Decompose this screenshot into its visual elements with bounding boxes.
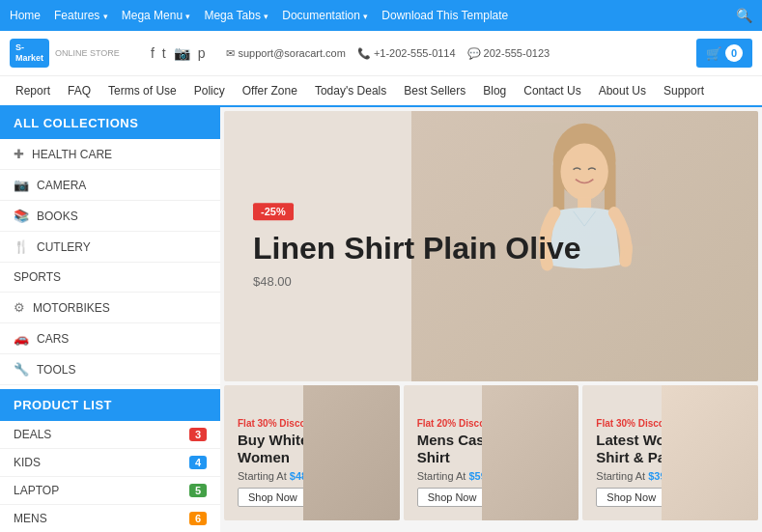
sub-banner-women: Flat 30% Discount Buy White Dress For Wo…	[224, 385, 400, 520]
nav-policy[interactable]: Policy	[186, 75, 233, 106]
nav-support[interactable]: Support	[656, 75, 712, 106]
camera-icon: 📷	[14, 178, 29, 192]
secondary-navigation: Report FAQ Terms of Use Policy Offer Zon…	[0, 76, 762, 107]
product-list-title: PRODUCT LIST	[0, 389, 220, 421]
hero-banner: -25% Linen Shirt Plain Olive $48.00	[224, 111, 758, 381]
nav-download[interactable]: Download This Template	[381, 9, 508, 22]
top-navigation: Home Features ▾ Mega Menu ▾ Mega Tabs ▾ …	[0, 0, 762, 31]
sub-banner-image-2	[482, 385, 579, 520]
contact-info: ✉ support@soracart.com 📞 +1-202-555-0114…	[226, 47, 550, 60]
health-care-icon: ✚	[14, 147, 24, 161]
pinterest-icon[interactable]: p	[198, 45, 206, 61]
product-list-laptop[interactable]: LAPTOP 5	[0, 477, 220, 505]
cart-count: 0	[725, 44, 743, 62]
svg-point-3	[561, 144, 608, 201]
phone1-contact: 📞 +1-202-555-0114	[357, 47, 456, 60]
nav-report[interactable]: Report	[8, 75, 58, 106]
cart-button[interactable]: 🛒 0	[696, 39, 752, 68]
nav-best-sellers[interactable]: Best Sellers	[396, 75, 473, 106]
chevron-down-icon: ▾	[185, 12, 190, 21]
sidebar-item-books[interactable]: 📚 BOOKS	[0, 201, 220, 232]
sub-banner-btn-2[interactable]: Shop Now	[417, 488, 488, 507]
logo-icon: S-Market	[10, 39, 49, 68]
logo-subtitle: ONLINE STORE	[55, 48, 120, 58]
books-icon: 📚	[14, 209, 29, 223]
nav-contact-us[interactable]: Contact Us	[516, 75, 588, 106]
car-icon: 🚗	[14, 331, 29, 346]
sidebar-item-health-care[interactable]: ✚ HEALTH CARE	[0, 139, 220, 170]
sub-banners: Flat 30% Discount Buy White Dress For Wo…	[224, 385, 758, 520]
twitter-icon[interactable]: t	[162, 45, 166, 61]
sidebar-item-cutlery[interactable]: 🍴 CUTLERY	[0, 232, 220, 263]
nav-todays-deals[interactable]: Today's Deals	[307, 75, 394, 106]
nav-about-us[interactable]: About Us	[591, 75, 654, 106]
main-content: -25% Linen Shirt Plain Olive $48.00	[220, 107, 762, 532]
sidebar-item-sports[interactable]: SPORTS	[0, 263, 220, 293]
discount-badge: -25%	[253, 203, 294, 220]
badge-deals: 3	[189, 428, 207, 441]
facebook-icon[interactable]: f	[151, 45, 155, 61]
badge-laptop: 5	[189, 484, 207, 497]
sidebar-item-tools[interactable]: 🔧 TOOLS	[0, 354, 220, 385]
hero-title: Linen Shirt Plain Olive	[253, 230, 581, 266]
badge-mens: 6	[189, 512, 207, 525]
cutlery-icon: 🍴	[14, 239, 29, 254]
sub-banner-btn-1[interactable]: Shop Now	[238, 488, 308, 507]
product-list-deals[interactable]: DEALS 3	[0, 421, 220, 449]
search-icon[interactable]: 🔍	[736, 8, 752, 23]
sidebar: ALL COLLECTIONS ✚ HEALTH CARE 📷 CAMERA 📚…	[0, 107, 220, 532]
sub-banner-image-1	[303, 385, 400, 520]
collections-title: ALL COLLECTIONS	[0, 107, 220, 139]
sub-banner-btn-3[interactable]: Shop Now	[596, 488, 666, 507]
social-links: f t 📷 p	[151, 45, 206, 61]
chevron-down-icon: ▾	[103, 12, 108, 21]
motorbike-icon: ⚙	[14, 300, 25, 315]
nav-documentation[interactable]: Documentation ▾	[282, 9, 368, 22]
badge-kids: 4	[189, 456, 207, 469]
nav-terms[interactable]: Terms of Use	[100, 75, 184, 106]
email-contact: ✉ support@soracart.com	[226, 47, 345, 60]
sidebar-item-motorbikes[interactable]: ⚙ MOTORBIKES	[0, 293, 220, 323]
tools-icon: 🔧	[14, 362, 29, 377]
product-list-kids[interactable]: KIDS 4	[0, 449, 220, 477]
chevron-down-icon: ▾	[363, 12, 368, 21]
nav-features[interactable]: Features ▾	[54, 9, 108, 22]
nav-mega-menu[interactable]: Mega Menu ▾	[122, 9, 191, 22]
product-list-mens[interactable]: MENS 6	[0, 505, 220, 532]
instagram-icon[interactable]: 📷	[174, 45, 190, 61]
hero-price: $48.00	[253, 275, 581, 290]
nav-faq[interactable]: FAQ	[60, 75, 99, 106]
phone2-contact: 💬 202-555-0123	[467, 47, 550, 60]
sub-banner-mens: Flat 20% Discount Mens Casual Style T-Sh…	[404, 385, 579, 520]
sidebar-item-cars[interactable]: 🚗 CARS	[0, 323, 220, 354]
sub-banner-image-3	[662, 385, 758, 520]
sidebar-item-camera[interactable]: 📷 CAMERA	[0, 170, 220, 201]
chevron-down-icon: ▾	[264, 12, 268, 21]
sub-banner-latest-women: Flat 30% Discount Latest Women T-Shirt &…	[582, 385, 758, 520]
nav-offer-zone[interactable]: Offer Zone	[235, 75, 305, 106]
logo[interactable]: S-Market ONLINE STORE	[10, 39, 120, 68]
hero-text: -25% Linen Shirt Plain Olive $48.00	[253, 203, 581, 289]
main-layout: ALL COLLECTIONS ✚ HEALTH CARE 📷 CAMERA 📚…	[0, 107, 762, 532]
site-header: S-Market ONLINE STORE f t 📷 p ✉ support@…	[0, 31, 762, 76]
nav-home[interactable]: Home	[10, 9, 41, 22]
nav-blog[interactable]: Blog	[475, 75, 514, 106]
nav-mega-tabs[interactable]: Mega Tabs ▾	[204, 9, 268, 22]
cart-icon: 🛒	[706, 46, 721, 61]
